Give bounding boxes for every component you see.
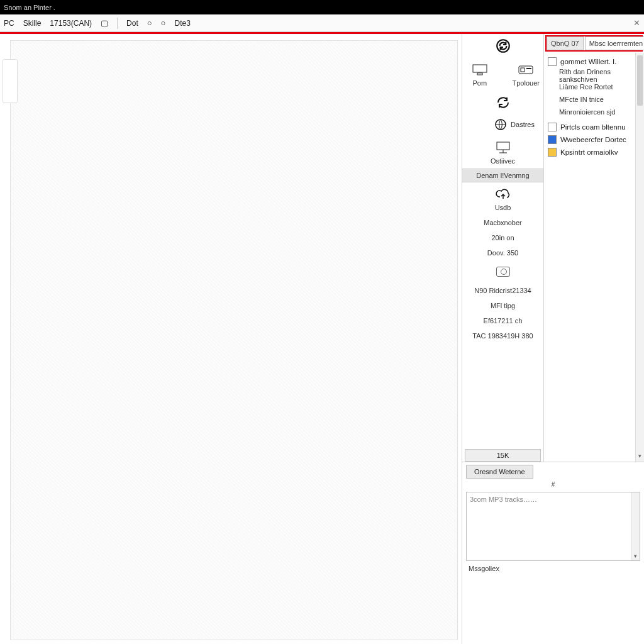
- stop-icon[interactable]: ▢: [101, 18, 108, 28]
- count-bar[interactable]: 15K: [465, 449, 541, 462]
- palette-ostinec-label: Ostiivec: [464, 157, 542, 165]
- palette-usdb-label: Usdb: [464, 204, 542, 211]
- section-header[interactable]: Denam l!Venmng: [462, 169, 543, 182]
- cat-subitem[interactable]: Liàme Rce Rortet: [547, 83, 643, 91]
- palette-ostinec[interactable]: Ostiivec: [462, 136, 543, 169]
- create-button[interactable]: Oresnd Weterne: [466, 465, 533, 479]
- device-icon: [518, 64, 534, 76]
- search-placeholder: 3com MP3 tracks……: [470, 496, 537, 503]
- toolbar-item-pc[interactable]: PC: [4, 19, 14, 28]
- refresh-icon: [496, 96, 511, 109]
- cat-item-label: Wwebeercfer Dortec: [560, 136, 626, 143]
- palette-dastes[interactable]: Dastres: [462, 114, 543, 136]
- folder-yellow-icon: [548, 148, 557, 157]
- list-item[interactable]: Ef617211 ch: [462, 313, 543, 328]
- category-tabbar: QbnQ 07 Mbsc loerrremten: [545, 35, 643, 52]
- cat-subitem[interactable]: Rith dan Drinens: [547, 68, 643, 75]
- device-list: Macbxnober 20in on Doov. 350 N90 Ridcris…: [462, 215, 543, 343]
- category-list: gommet Willert. I. Rith dan Drinens sank…: [544, 53, 644, 161]
- palette-refresh[interactable]: [462, 91, 543, 114]
- doc-tab-stub[interactable]: [3, 59, 18, 103]
- cat-item[interactable]: Wwebeercfer Dortec: [547, 133, 643, 146]
- page-icon: [548, 123, 557, 131]
- cat-item[interactable]: Pirtcls coam bltennu: [547, 121, 643, 133]
- palette-usdb[interactable]: Usdb: [462, 182, 543, 215]
- cat-subitem[interactable]: MFcte IN tnice: [547, 96, 643, 103]
- toolbar-item-num[interactable]: 17153(CAN): [50, 19, 92, 28]
- palette-dastes-label: Dastres: [511, 121, 535, 128]
- chevron-down-icon[interactable]: ▾: [636, 453, 644, 462]
- list-item[interactable]: Doov. 350: [462, 245, 543, 260]
- scrollbar-thumb[interactable]: [637, 55, 643, 106]
- globe-icon: [494, 118, 507, 131]
- sync-icon: [495, 38, 511, 54]
- palette-pom-label: Pom: [464, 79, 496, 87]
- list-item[interactable]: [462, 260, 543, 283]
- lower-panel: Oresnd Weterne # 3com MP3 tracks…… ▾ Mss…: [462, 462, 644, 576]
- svg-rect-2: [477, 73, 482, 75]
- list-item[interactable]: MFl tipg: [462, 298, 543, 313]
- toolbar-item-dte[interactable]: Dte3: [174, 19, 190, 28]
- monitor-icon: [472, 64, 488, 76]
- app-icon: [548, 135, 557, 144]
- cat-item-label: Kpsintrt ormaiolkv: [560, 148, 618, 156]
- cloud-upload-icon: [495, 187, 511, 201]
- palette-tpolouer[interactable]: Tpolouer: [509, 58, 544, 91]
- cat-subitem[interactable]: Minronioiercen sjd: [547, 108, 643, 116]
- palette-pom[interactable]: Pom: [462, 58, 497, 91]
- svg-rect-7: [497, 142, 509, 150]
- folder-icon: [548, 57, 557, 66]
- canvas-zone: [0, 34, 462, 644]
- document-page[interactable]: [10, 40, 458, 640]
- count-label: 15K: [497, 452, 509, 459]
- cat-item-label: gommet Willert. I.: [560, 58, 616, 65]
- svg-rect-5: [526, 68, 531, 69]
- list-item[interactable]: Macbxnober: [462, 215, 543, 230]
- sort-indicator[interactable]: #: [466, 481, 640, 488]
- svg-rect-1: [473, 65, 487, 72]
- toolbar-sep: [117, 18, 118, 29]
- close-icon[interactable]: ✕: [633, 18, 640, 28]
- list-item[interactable]: 20in on: [462, 230, 543, 245]
- circle-icon[interactable]: ○: [147, 18, 152, 28]
- list-item[interactable]: N90 Ridcrist21334: [462, 283, 543, 298]
- scrollbar[interactable]: ▾: [635, 53, 644, 462]
- svg-point-0: [497, 40, 509, 52]
- camera-icon: [496, 267, 510, 277]
- cat-subitem[interactable]: sankschiven: [547, 75, 643, 83]
- status-footer: Mssgoliex: [466, 561, 640, 574]
- tab-1[interactable]: QbnQ 07: [547, 36, 584, 50]
- cat-item[interactable]: gommet Willert. I.: [547, 55, 643, 68]
- search-box[interactable]: 3com MP3 tracks…… ▾: [466, 492, 640, 561]
- palette-b: QbnQ 07 Mbsc loerrremten gommet Willert.…: [544, 34, 644, 462]
- titlebar: Snom an Pinter .: [0, 0, 644, 14]
- cat-item-label: Pirtcls coam bltennu: [560, 123, 626, 131]
- toolbar-item-dot[interactable]: Dot: [126, 19, 138, 28]
- palette-sync[interactable]: [462, 34, 543, 58]
- toolbar: PC Skille 17153(CAN) ▢ Dot ○ ○ Dte3 ✕: [0, 14, 644, 32]
- chevron-down-icon[interactable]: ▾: [631, 553, 640, 559]
- cat-item[interactable]: Kpsintrt ormaiolkv: [547, 146, 643, 158]
- circle-icon-2[interactable]: ○: [161, 18, 166, 28]
- palette-a: Pom Tpolouer Dastres: [462, 34, 544, 462]
- tab-2[interactable]: Mbsc loerrremten: [585, 36, 644, 50]
- window-title: Snom an Pinter .: [4, 4, 55, 11]
- list-item[interactable]: TAC 1983419H 380: [462, 328, 543, 343]
- toolbar-item-skille[interactable]: Skille: [23, 19, 42, 28]
- palette-tpolouer-label: Tpolouer: [510, 79, 543, 87]
- display-icon: [495, 141, 511, 155]
- scrollbar[interactable]: ▾: [631, 492, 640, 560]
- svg-rect-4: [521, 68, 525, 72]
- right-panels: Pom Tpolouer Dastres: [462, 34, 644, 644]
- panel-row: Pom Tpolouer Dastres: [462, 34, 644, 462]
- create-button-label: Oresnd Weterne: [474, 468, 525, 475]
- workspace: Pom Tpolouer Dastres: [0, 34, 644, 644]
